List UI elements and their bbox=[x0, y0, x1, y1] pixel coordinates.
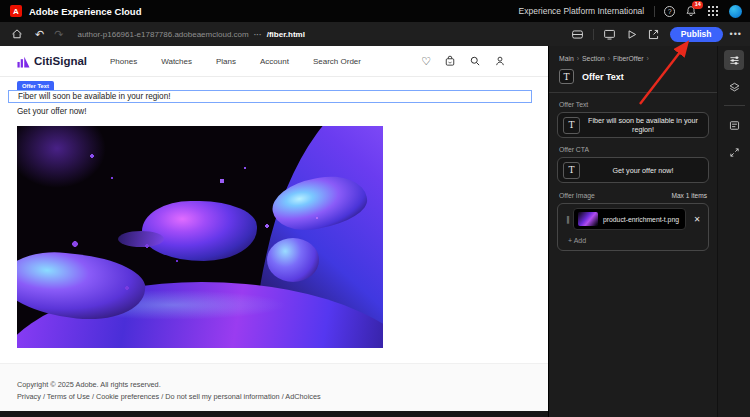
site-preview: CitiSignal Phones Watches Plans Account … bbox=[0, 46, 548, 411]
offer-image-label: Offer Image bbox=[559, 192, 595, 199]
search-icon[interactable] bbox=[469, 55, 481, 67]
chevron-right-icon: › bbox=[647, 55, 649, 62]
add-image-button[interactable]: + Add bbox=[568, 237, 703, 244]
page-url[interactable]: author-p166961-e1787786.adobeaemcloud.co… bbox=[77, 30, 304, 39]
page-path: /fiber.html bbox=[267, 30, 305, 39]
notifications-button[interactable]: 14 bbox=[685, 5, 697, 17]
breadcrumb-main[interactable]: Main bbox=[559, 55, 574, 62]
offer-cta-field[interactable]: T Get your offer now! bbox=[557, 157, 709, 183]
offer-image-list: ∥ product-enrichment-t.png ✕ + Add bbox=[557, 203, 709, 251]
cart-bag-icon[interactable] bbox=[444, 55, 456, 67]
app-window: A Adobe Experience Cloud Experience Plat… bbox=[0, 0, 750, 417]
breadcrumb-section[interactable]: Section bbox=[582, 55, 605, 62]
hero-droplets bbox=[17, 126, 383, 348]
editor-toolbar: ↶ ↷ author-p166961-e1787786.adobeaemclou… bbox=[0, 22, 750, 46]
home-icon[interactable] bbox=[11, 28, 23, 40]
adobe-logo-icon[interactable]: A bbox=[10, 5, 22, 17]
notification-badge: 14 bbox=[692, 1, 703, 9]
citisignal-logo-icon[interactable] bbox=[17, 55, 30, 68]
layers-tab-icon[interactable] bbox=[724, 77, 744, 97]
offer-text-label: Offer Text bbox=[559, 101, 707, 108]
divider bbox=[593, 29, 594, 40]
properties-panel: Main › Section › FiberOffer › T Offer Te… bbox=[548, 46, 717, 417]
drag-handle-icon[interactable]: ∥ bbox=[563, 215, 573, 224]
image-filename: product-enrichment-t.png bbox=[603, 216, 679, 223]
nav-account[interactable]: Account bbox=[260, 57, 289, 66]
expand-tab-icon[interactable] bbox=[724, 142, 744, 162]
component-header: T Offer Text bbox=[549, 62, 717, 84]
wishlist-heart-icon[interactable]: ♡ bbox=[421, 56, 431, 67]
preview-monitor-icon[interactable] bbox=[603, 28, 616, 41]
image-thumbnail bbox=[578, 212, 598, 226]
open-in-icon[interactable] bbox=[647, 28, 660, 41]
properties-tab-icon[interactable] bbox=[724, 50, 744, 70]
footer-links[interactable]: Privacy / Terms of Use / Cookie preferen… bbox=[17, 392, 548, 401]
image-list-item[interactable]: ∥ product-enrichment-t.png ✕ bbox=[563, 208, 703, 230]
breadcrumb-fiberoffer[interactable]: FiberOffer bbox=[613, 55, 643, 62]
remove-image-icon[interactable]: ✕ bbox=[691, 215, 703, 224]
nav-phones[interactable]: Phones bbox=[110, 57, 137, 66]
site-footer: Copyright © 2025 Adobe. All rights reser… bbox=[0, 363, 548, 411]
site-brand[interactable]: CitiSignal bbox=[34, 55, 87, 67]
max-items-label: Max 1 items bbox=[671, 192, 707, 199]
site-header: CitiSignal Phones Watches Plans Account … bbox=[0, 46, 548, 77]
url-ellipsis[interactable]: ··· bbox=[254, 30, 262, 39]
publish-button[interactable]: Publish bbox=[670, 27, 723, 42]
chevron-right-icon: › bbox=[577, 55, 579, 62]
offer-text-field-value: Fiber will soon be available in your reg… bbox=[582, 116, 704, 134]
offer-image-component[interactable] bbox=[17, 126, 383, 348]
account-person-icon[interactable] bbox=[494, 55, 506, 67]
apps-grid-icon[interactable] bbox=[708, 6, 718, 16]
chevron-right-icon: › bbox=[608, 55, 610, 62]
image-file-chip[interactable]: product-enrichment-t.png bbox=[573, 208, 686, 230]
breadcrumb: Main › Section › FiberOffer › bbox=[549, 46, 717, 62]
site-nav: Phones Watches Plans Account Search Orde… bbox=[110, 57, 385, 66]
app-title: Adobe Experience Cloud bbox=[29, 6, 141, 17]
avatar[interactable] bbox=[729, 5, 742, 18]
divider bbox=[549, 92, 717, 93]
footer-copyright: Copyright © 2025 Adobe. All rights reser… bbox=[17, 380, 548, 389]
shell-header: A Adobe Experience Cloud Experience Plat… bbox=[0, 0, 750, 22]
component-title: Offer Text bbox=[582, 72, 624, 82]
data-tab-icon[interactable] bbox=[724, 115, 744, 135]
help-icon[interactable]: ? bbox=[664, 6, 675, 17]
more-options-icon[interactable]: ••• bbox=[730, 29, 742, 39]
undo-icon[interactable]: ↶ bbox=[35, 29, 44, 40]
play-icon[interactable] bbox=[625, 28, 638, 41]
offer-cta-field-value: Get your offer now! bbox=[582, 166, 704, 175]
offer-text-component[interactable]: Fiber will soon be available in your reg… bbox=[8, 90, 532, 103]
divider bbox=[654, 6, 655, 17]
right-icon-rail bbox=[717, 46, 750, 417]
text-field-icon: T bbox=[563, 162, 580, 179]
redo-icon[interactable]: ↷ bbox=[54, 29, 63, 40]
text-field-icon: T bbox=[563, 117, 580, 134]
offer-text-field[interactable]: T Fiber will soon be available in your r… bbox=[557, 112, 709, 138]
offer-cta-label: Offer CTA bbox=[559, 146, 707, 153]
text-component-icon: T bbox=[559, 69, 574, 84]
site-url: author-p166961-e1787786.adobeaemcloud.co… bbox=[77, 30, 248, 39]
nav-watches[interactable]: Watches bbox=[161, 57, 192, 66]
nav-plans[interactable]: Plans bbox=[216, 57, 236, 66]
offer-cta-component[interactable]: Get your offer now! bbox=[17, 107, 86, 116]
divider bbox=[724, 105, 745, 106]
nav-search-order[interactable]: Search Order bbox=[313, 57, 361, 66]
panel-toggle-icon[interactable] bbox=[571, 28, 584, 41]
org-switcher[interactable]: Experience Platform International bbox=[519, 6, 645, 16]
